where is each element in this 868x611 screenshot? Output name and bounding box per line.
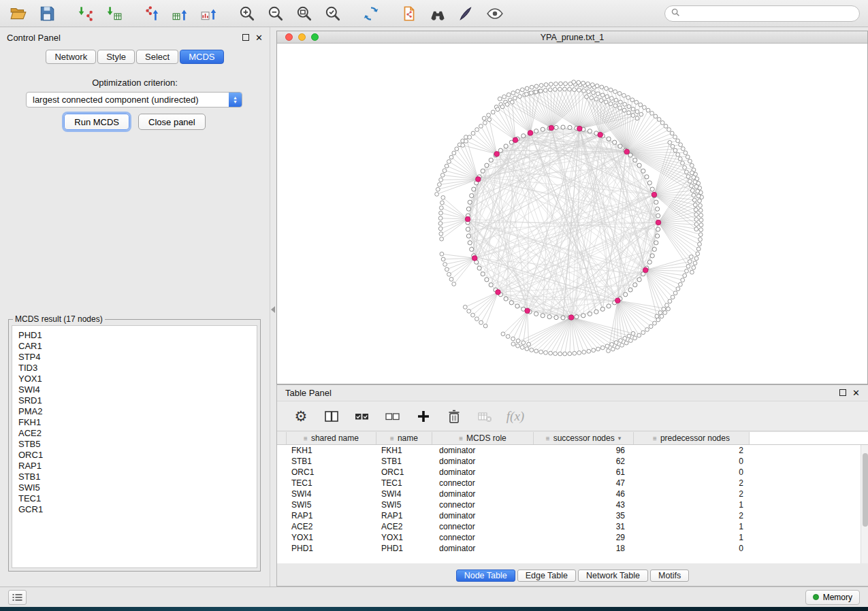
- table-row[interactable]: TEC1TEC1connector472: [277, 478, 861, 489]
- export-network-icon[interactable]: [142, 3, 162, 24]
- column-menu-icon[interactable]: ≡: [459, 435, 463, 442]
- column-header-shared-name[interactable]: ≡shared name: [287, 432, 376, 444]
- table-row[interactable]: ACE2ACE2connector311: [277, 521, 861, 532]
- search-input[interactable]: [684, 9, 853, 18]
- mcds-node-item[interactable]: PHD1: [18, 330, 257, 341]
- close-panel-icon[interactable]: ✕: [255, 33, 263, 42]
- cell-c4: 0: [634, 467, 750, 477]
- tab-network-table[interactable]: Network Table: [578, 569, 648, 582]
- column-menu-icon[interactable]: ≡: [546, 435, 550, 442]
- row-gutter: [277, 510, 287, 521]
- column-header-successor-nodes[interactable]: ≡successor nodes▾: [534, 432, 634, 444]
- mcds-node-item[interactable]: GCR1: [18, 504, 257, 515]
- table-row[interactable]: ORC1ORC1dominator610: [277, 467, 861, 478]
- cell-c3: 18: [534, 544, 634, 553]
- split-view-icon[interactable]: [323, 408, 340, 425]
- mcds-node-item[interactable]: FKH1: [18, 417, 257, 428]
- mcds-node-item[interactable]: PMA2: [18, 406, 257, 417]
- scrollbar-thumb[interactable]: [863, 453, 868, 527]
- table-row[interactable]: STB1STB1dominator620: [277, 456, 861, 467]
- search-network-icon[interactable]: [428, 3, 448, 24]
- mcds-node-item[interactable]: STB5: [18, 439, 257, 450]
- mcds-node-item[interactable]: SWI4: [18, 384, 257, 395]
- search-box[interactable]: [664, 5, 860, 22]
- table-row[interactable]: RAP1RAP1dominator352: [277, 510, 861, 521]
- cell-c1: SWI5: [376, 500, 432, 510]
- tab-motifs[interactable]: Motifs: [650, 569, 689, 582]
- tab-network[interactable]: Network: [46, 50, 96, 64]
- export-image-icon[interactable]: [199, 3, 219, 24]
- row-gutter: [277, 499, 287, 510]
- mcds-node-item[interactable]: TID3: [18, 363, 257, 374]
- column-header-predecessor-nodes[interactable]: ≡predecessor nodes: [634, 432, 750, 444]
- tab-mcds[interactable]: MCDS: [180, 50, 223, 64]
- delete-table-icon[interactable]: [476, 408, 494, 425]
- table-row[interactable]: SWI4SWI4dominator462: [277, 489, 861, 499]
- tab-select[interactable]: Select: [136, 50, 178, 64]
- cell-c2: connector: [432, 522, 534, 531]
- menu-icon[interactable]: [8, 590, 27, 605]
- close-panel-button[interactable]: Close panel: [138, 114, 206, 130]
- tab-style[interactable]: Style: [97, 50, 135, 64]
- mcds-node-item[interactable]: RAP1: [18, 461, 257, 472]
- zoom-out-icon[interactable]: [266, 3, 286, 24]
- tab-edge-table[interactable]: Edge Table: [517, 569, 576, 582]
- refresh-icon[interactable]: [361, 3, 381, 24]
- import-network-icon[interactable]: [75, 3, 95, 24]
- window-minimize-icon[interactable]: [298, 33, 306, 41]
- window-maximize-icon[interactable]: [311, 33, 319, 41]
- table-row[interactable]: FKH1FKH1dominator962: [277, 445, 861, 456]
- criterion-dropdown[interactable]: largest connected component (undirected)…: [26, 92, 242, 108]
- open-folder-icon[interactable]: [8, 3, 29, 24]
- column-menu-icon[interactable]: ≡: [390, 435, 394, 442]
- settings-gear-icon[interactable]: ⚙: [292, 408, 310, 425]
- mcds-node-item[interactable]: SWI5: [18, 482, 257, 493]
- splitter-collapse-arrow[interactable]: [271, 306, 275, 313]
- add-column-icon[interactable]: [415, 408, 432, 425]
- cell-c0: ORC1: [287, 467, 376, 477]
- mcds-node-item[interactable]: YOX1: [18, 374, 257, 384]
- mcds-node-item[interactable]: STP4: [18, 352, 257, 363]
- column-menu-icon[interactable]: ≡: [653, 435, 657, 442]
- duplicate-network-icon[interactable]: [399, 3, 419, 24]
- cell-c3: 29: [534, 533, 634, 542]
- table-row[interactable]: SWI5SWI5connector431: [277, 499, 861, 510]
- mcds-node-item[interactable]: STB1: [18, 472, 257, 482]
- memory-button[interactable]: Memory: [805, 590, 860, 605]
- run-mcds-button[interactable]: Run MCDS: [64, 114, 129, 130]
- cell-c1: ACE2: [376, 522, 432, 531]
- column-menu-icon[interactable]: ≡: [304, 435, 308, 442]
- mcds-node-item[interactable]: TEC1: [18, 493, 257, 504]
- table-close-panel-icon[interactable]: ✕: [852, 389, 860, 397]
- table-row[interactable]: PHD1PHD1dominator180: [277, 543, 861, 554]
- float-panel-icon[interactable]: [242, 34, 249, 41]
- zoom-in-icon[interactable]: [237, 3, 257, 24]
- control-panel-title: Control Panel: [7, 33, 61, 43]
- column-header-MCDS-role[interactable]: ≡MCDS role: [432, 432, 534, 444]
- import-table-icon[interactable]: [103, 3, 124, 24]
- mcds-node-item[interactable]: ACE2: [18, 428, 257, 439]
- function-builder-icon[interactable]: f(x): [507, 408, 524, 425]
- tab-node-table[interactable]: Node Table: [456, 569, 515, 582]
- zoom-selected-icon[interactable]: [323, 3, 343, 24]
- export-table-icon[interactable]: [170, 3, 191, 24]
- mcds-node-item[interactable]: CAR1: [18, 341, 257, 352]
- zoom-fit-icon[interactable]: [294, 3, 315, 24]
- delete-column-icon[interactable]: [445, 408, 463, 425]
- window-close-icon[interactable]: [285, 33, 293, 41]
- save-icon[interactable]: [37, 3, 57, 24]
- network-canvas[interactable]: STB5SWI4STB1GCR1FKH1SWI5TEC1ACE2RAP1ORC1…: [277, 44, 867, 384]
- deselect-all-icon[interactable]: [384, 408, 402, 425]
- table-row[interactable]: YOX1YOX1connector291: [277, 532, 861, 543]
- column-header-name[interactable]: ≡name: [376, 432, 432, 444]
- mcds-node-item[interactable]: SRD1: [18, 395, 257, 406]
- column-label: successor nodes: [553, 433, 615, 443]
- table-float-panel-icon[interactable]: [839, 389, 846, 396]
- control-panel: Control Panel ✕ NetworkStyleSelectMCDS O…: [0, 27, 270, 587]
- table-header: ≡shared name≡name≡MCDS role≡successor no…: [277, 432, 868, 445]
- select-all-icon[interactable]: [353, 408, 371, 425]
- table-scrollbar[interactable]: [861, 445, 868, 563]
- graphics-details-icon[interactable]: [456, 3, 477, 24]
- eye-icon[interactable]: [485, 3, 505, 24]
- mcds-node-item[interactable]: ORC1: [18, 450, 257, 461]
